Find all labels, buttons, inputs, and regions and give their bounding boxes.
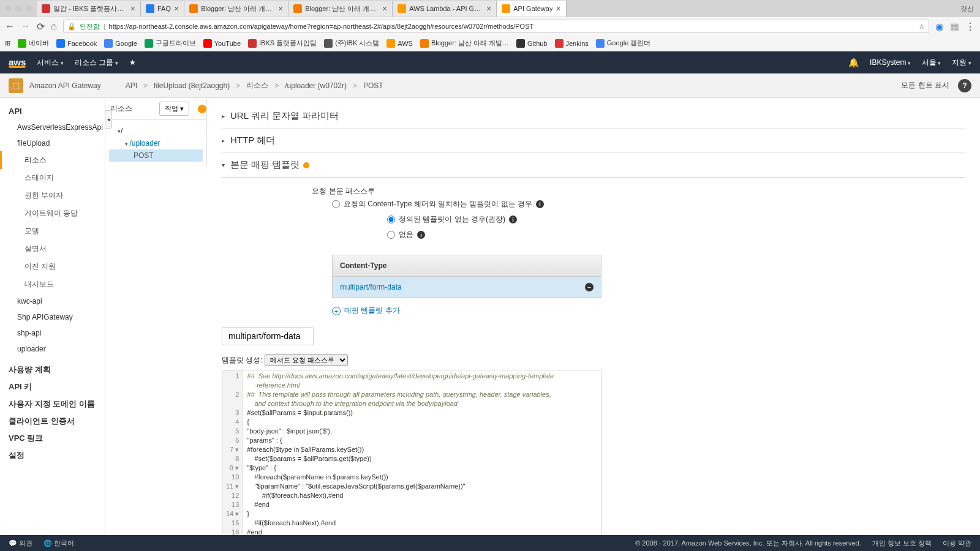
aws-logo-icon[interactable]: aws [9, 57, 26, 68]
browser-tab[interactable]: Blogger: 남산 아래 개발자들 - 새…× [184, 1, 288, 17]
bookmark[interactable]: Github [516, 39, 547, 48]
close-icon[interactable]: × [278, 4, 283, 13]
nav-sub-item[interactable]: 대시보드 [0, 276, 105, 293]
support-menu[interactable]: 지원 [952, 58, 971, 68]
menu-icon[interactable]: ⋮ [965, 21, 975, 32]
url-text: https://ap-northeast-2.console.aws.amazo… [109, 23, 534, 30]
extension-icon[interactable]: ▦ [950, 21, 959, 32]
browser-tab[interactable]: 일감 - IBKS 플랫폼사업팀× [37, 1, 141, 17]
bookmark[interactable]: IBKS 플랫폼사업팀 [248, 39, 317, 48]
breadcrumb-item[interactable]: fileUpload (8ejt2aoggh) [154, 81, 230, 90]
tree-root[interactable]: / [109, 125, 203, 137]
browser-tab[interactable]: FAQ× [141, 1, 184, 17]
account-menu[interactable]: IBKSystem [870, 58, 911, 67]
radio-option[interactable]: 정의된 템플릿이 없는 경우(권장)i [387, 212, 517, 227]
nav-section[interactable]: API 키 [0, 379, 105, 396]
radio-option[interactable]: 요청의 Content-Type 헤더와 일치하는 템플릿이 없는 경우i [332, 197, 965, 212]
extension-icon[interactable]: ◉ [935, 21, 944, 32]
bookmark[interactable]: Jenkins [555, 39, 589, 48]
terms-link[interactable]: 이용 약관 [943, 539, 971, 539]
feedback-link[interactable]: 💬 의견 [9, 539, 32, 539]
show-hints[interactable]: 모든 힌트 표시 [901, 80, 949, 91]
add-template-link[interactable]: + 매핑 템플릿 추가 [332, 305, 965, 316]
nav-api-item[interactable]: AwsServerlessExpressApi [0, 119, 105, 135]
nav-sub-item[interactable]: 권한 부여자 [0, 187, 105, 204]
nav-heading-api: API [0, 104, 105, 119]
breadcrumb-item[interactable]: /uploader (w0702r) [285, 81, 347, 90]
bookmark[interactable]: AWS [386, 39, 413, 48]
template-gen-select[interactable]: 메서드 요청 패스스루 [265, 354, 348, 366]
nav-section[interactable]: VPC 링크 [0, 430, 105, 448]
collapse-handle-icon[interactable]: ◂ [105, 110, 112, 129]
content-type-input[interactable] [222, 327, 314, 345]
url-bar[interactable]: 🔒 안전함 | https://ap-northeast-2.console.a… [63, 20, 929, 33]
browser-tab[interactable]: AWS Lambda - API Gateway와…× [393, 1, 497, 17]
info-icon[interactable]: i [536, 200, 544, 208]
close-icon[interactable]: × [130, 4, 135, 13]
close-icon[interactable]: × [382, 4, 387, 13]
nav-sub-resources[interactable]: 리소스 [0, 151, 105, 169]
pin-icon[interactable]: ★ [129, 58, 136, 67]
bookmark[interactable]: (주)IBK 시스템 [324, 39, 379, 48]
resource-title: 리소스 [110, 103, 156, 114]
forward-icon[interactable]: → [21, 21, 31, 32]
nav-section[interactable]: 사용자 지정 도메인 이름 [0, 396, 105, 413]
reload-icon[interactable]: ⟳ [37, 21, 45, 32]
actions-button[interactable]: 작업 ▾ [159, 102, 189, 116]
region-menu[interactable]: 서울 [922, 58, 941, 68]
nav-sub-item[interactable]: 모델 [0, 222, 105, 240]
browser-tab[interactable]: Blogger: 남산 아래 개발자들 - 모…× [288, 1, 393, 17]
home-icon[interactable]: ⌂ [51, 21, 57, 32]
code-editor[interactable]: 1 2 34567 ▾89 ▾1011 ▾121314 ▾151617 ## S… [222, 370, 601, 539]
nav-section[interactable]: 클라이언트 인증서 [0, 413, 105, 430]
privacy-link[interactable]: 개인 정보 보호 정책 [872, 539, 932, 539]
bookmark[interactable]: Facebook [56, 39, 97, 48]
language-link[interactable]: 🌐 한국어 [43, 539, 74, 539]
breadcrumb-item[interactable]: POST [363, 81, 383, 90]
nav-api-item[interactable]: shp-api [0, 325, 105, 341]
ct-link[interactable]: multipart/form-data [340, 283, 402, 291]
remove-icon[interactable]: − [585, 283, 594, 291]
nav-sub-item[interactable]: 게이트웨이 응답 [0, 204, 105, 222]
resource-groups-menu[interactable]: 리소스 그룹 [75, 58, 118, 68]
breadcrumb-service[interactable]: Amazon API Gateway [29, 81, 101, 90]
bell-icon[interactable]: 🔔 [848, 58, 859, 67]
close-icon[interactable]: × [556, 4, 560, 13]
bookmark[interactable]: 네이버 [18, 39, 49, 48]
nav-sub-item[interactable]: 이진 지원 [0, 258, 105, 276]
chevron-right-icon: ▸ [222, 113, 230, 119]
breadcrumb-item[interactable]: API [126, 81, 137, 90]
aws-header: aws 서비스 리소스 그룹 ★ 🔔 IBKSystem 서울 지원 [0, 51, 980, 73]
bookmark[interactable]: 구글드라이브 [145, 39, 196, 48]
nav-api-item[interactable]: uploader [0, 341, 105, 357]
help-icon[interactable]: ? [958, 79, 971, 92]
nav-api-item[interactable]: Shp APIGateway [0, 309, 105, 325]
info-icon[interactable]: i [417, 231, 425, 239]
browser-tab-active[interactable]: API Gateway× [497, 1, 566, 17]
nav-section[interactable]: 설정 [0, 448, 105, 465]
bookmark[interactable]: Google [104, 39, 137, 48]
nav-api-item[interactable]: fileUpload [0, 135, 105, 151]
star-icon[interactable]: ☆ [919, 23, 925, 31]
bookmark[interactable]: Blogger: 남산 아래 개발… [420, 39, 509, 48]
section-body-mapping[interactable]: ▾ 본문 매핑 템플릿 [222, 153, 965, 178]
nav-sub-item[interactable]: 설명서 [0, 240, 105, 258]
nav-sub-item[interactable]: 스테이지 [0, 169, 105, 187]
tree-method-selected[interactable]: POST [109, 149, 203, 162]
nav-section[interactable]: 사용량 계획 [0, 362, 105, 379]
ct-row[interactable]: multipart/form-data − [333, 277, 601, 298]
bookmark[interactable]: YouTube [203, 39, 241, 48]
apps-icon[interactable]: ⊞ [5, 39, 10, 47]
section-url-query[interactable]: ▸ URL 쿼리 문자열 파라미터 [222, 104, 965, 129]
bookmark[interactable]: Google 캘린더 [596, 39, 651, 48]
radio-option[interactable]: 없음i [387, 227, 965, 242]
back-icon[interactable]: ← [5, 21, 15, 32]
tree-resource[interactable]: /uploader [109, 137, 203, 149]
breadcrumb-item[interactable]: 리소스 [246, 80, 268, 91]
info-icon[interactable]: i [509, 216, 517, 223]
close-icon[interactable]: × [486, 4, 491, 13]
section-http-header[interactable]: ▸ HTTP 헤더 [222, 129, 965, 153]
nav-api-item[interactable]: kwc-api [0, 293, 105, 309]
services-menu[interactable]: 서비스 [37, 58, 64, 68]
close-icon[interactable]: × [174, 4, 179, 13]
